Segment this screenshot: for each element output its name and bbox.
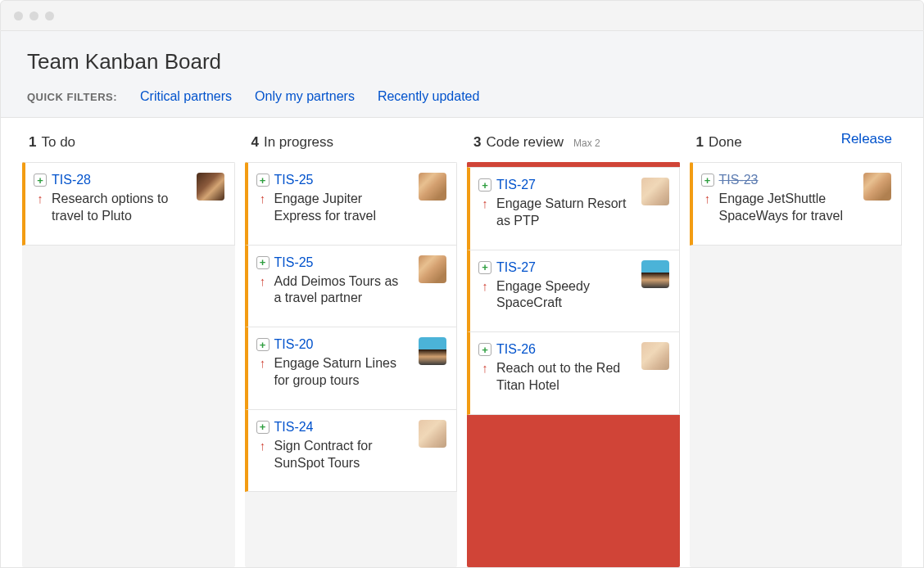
card-key-row: +TIS-24 (256, 420, 410, 435)
card[interactable]: +TIS-25↑Engage Jupiter Express for trave… (245, 162, 458, 246)
avatar[interactable] (863, 173, 891, 201)
card[interactable]: +TIS-26↑Reach out to the Red Titan Hotel (467, 332, 680, 415)
card-key-row: +TIS-25 (256, 255, 410, 270)
priority-high-icon: ↑ (34, 191, 47, 207)
card-summary-row: ↑Engage Speedy SpaceCraft (478, 278, 632, 313)
column-count: 1 (29, 134, 36, 151)
column-name: Code review (486, 134, 564, 151)
story-icon: + (256, 174, 270, 187)
cards-wrap: +TIS-28↑Research options to travel to Pl… (22, 162, 235, 567)
story-icon: + (256, 421, 270, 434)
card[interactable]: +TIS-25↑Add Deimos Tours as a travel par… (245, 246, 458, 328)
priority-high-icon: ↑ (478, 360, 491, 376)
card-summary-row: ↑Research options to travel to Pluto (34, 191, 187, 225)
story-icon: + (256, 338, 270, 351)
columns-container: 1To do+TIS-28↑Research options to travel… (22, 133, 902, 567)
app-frame: Team Kanban Board QUICK FILTERS: Critica… (0, 31, 924, 568)
priority-high-icon: ↑ (256, 355, 270, 372)
avatar[interactable] (419, 337, 446, 365)
avatar[interactable] (641, 260, 669, 288)
cards-inner: +TIS-28↑Research options to travel to Pl… (22, 162, 235, 246)
avatar[interactable] (641, 178, 669, 205)
filter-only-my-partners[interactable]: Only my partners (255, 89, 355, 104)
story-icon: + (478, 178, 491, 192)
column-header: 4In progress (245, 133, 458, 162)
card-key[interactable]: TIS-28 (52, 173, 91, 187)
card-key-row: +TIS-23 (701, 173, 854, 187)
card-summary-row: ↑Add Deimos Tours as a travel partner (256, 273, 410, 308)
column: 1Done+TIS-23↑Engage JetShuttle SpaceWays… (690, 133, 903, 567)
card[interactable]: +TIS-23↑Engage JetShuttle SpaceWays for … (690, 162, 903, 246)
card[interactable]: +TIS-24↑Sign Contract for SunSpot Tours (245, 410, 458, 493)
card-summary-row: ↑Reach out to the Red Titan Hotel (478, 360, 632, 394)
priority-high-icon: ↑ (478, 196, 491, 212)
card-key[interactable]: TIS-20 (274, 337, 314, 352)
card-summary-row: ↑Engage Jupiter Express for travel (256, 191, 410, 225)
card-summary-row: ↑Engage Saturn Resort as PTP (478, 196, 632, 230)
card-content: +TIS-20↑Engage Saturn Lines for group to… (256, 337, 410, 390)
cards-inner: +TIS-23↑Engage JetShuttle SpaceWays for … (690, 162, 903, 246)
column-max-label: Max 2 (573, 137, 600, 149)
cards-inner: +TIS-25↑Engage Jupiter Express for trave… (245, 162, 458, 492)
priority-high-icon: ↑ (701, 191, 714, 207)
card-summary-row: ↑Engage Saturn Lines for group tours (256, 355, 410, 390)
quick-filters-label: QUICK FILTERS: (27, 91, 117, 103)
story-icon: + (256, 256, 270, 269)
card[interactable]: +TIS-27↑Engage Speedy SpaceCraft (467, 250, 680, 333)
card-summary-row: ↑Sign Contract for SunSpot Tours (256, 438, 410, 472)
minimize-icon[interactable] (29, 11, 38, 20)
story-icon: + (34, 174, 47, 187)
cards-wrap: +TIS-25↑Engage Jupiter Express for trave… (245, 162, 458, 567)
card-key-row: +TIS-27 (478, 178, 632, 192)
avatar[interactable] (419, 173, 446, 201)
card-content: +TIS-23↑Engage JetShuttle SpaceWays for … (701, 173, 854, 225)
column: 4In progress+TIS-25↑Engage Jupiter Expre… (245, 133, 458, 567)
maximize-icon[interactable] (45, 11, 54, 20)
priority-high-icon: ↑ (256, 191, 270, 207)
card-key[interactable]: TIS-27 (496, 260, 536, 275)
cards-wrap: +TIS-27↑Engage Saturn Resort as PTP+TIS-… (467, 162, 680, 567)
avatar[interactable] (641, 342, 669, 370)
card-key[interactable]: TIS-27 (496, 178, 536, 192)
card-content: +TIS-25↑Engage Jupiter Express for trave… (256, 173, 410, 225)
board-area: Release 1To do+TIS-28↑Research options t… (1, 118, 923, 567)
column-name: To do (41, 134, 75, 151)
story-icon: + (701, 174, 714, 187)
avatar[interactable] (419, 420, 446, 448)
card-summary: Engage Jupiter Express for travel (274, 191, 410, 225)
release-button[interactable]: Release (841, 131, 892, 147)
close-icon[interactable] (14, 11, 23, 20)
card-key[interactable]: TIS-24 (274, 420, 314, 435)
card-summary-row: ↑Engage JetShuttle SpaceWays for travel (701, 191, 854, 225)
filter-recently-updated[interactable]: Recently updated (378, 89, 480, 104)
card-key[interactable]: TIS-26 (496, 342, 536, 357)
avatar[interactable] (197, 173, 224, 201)
card-key[interactable]: TIS-23 (719, 173, 759, 187)
card[interactable]: +TIS-28↑Research options to travel to Pl… (22, 162, 235, 246)
card-summary: Sign Contract for SunSpot Tours (274, 438, 410, 472)
card-content: +TIS-27↑Engage Speedy SpaceCraft (478, 260, 632, 313)
avatar[interactable] (419, 255, 446, 283)
card-summary: Research options to travel to Pluto (52, 191, 187, 225)
story-icon: + (478, 261, 491, 274)
cards-wrap: +TIS-23↑Engage JetShuttle SpaceWays for … (690, 162, 903, 567)
card-content: +TIS-26↑Reach out to the Red Titan Hotel (478, 342, 632, 394)
column: 1To do+TIS-28↑Research options to travel… (22, 133, 235, 567)
card-summary: Engage Saturn Lines for group tours (274, 355, 410, 390)
card-key[interactable]: TIS-25 (274, 255, 314, 270)
card[interactable]: +TIS-27↑Engage Saturn Resort as PTP (467, 167, 680, 250)
card-summary: Engage Saturn Resort as PTP (496, 196, 632, 230)
filter-critical-partners[interactable]: Critical partners (140, 89, 232, 104)
card-key[interactable]: TIS-25 (274, 173, 314, 187)
card-key-row: +TIS-28 (34, 173, 187, 187)
card-summary: Reach out to the Red Titan Hotel (496, 360, 632, 394)
quick-filters-row: QUICK FILTERS: Critical partners Only my… (27, 89, 897, 104)
card-content: +TIS-28↑Research options to travel to Pl… (34, 173, 187, 225)
column-name: Done (709, 134, 742, 151)
card-key-row: +TIS-25 (256, 173, 410, 187)
card[interactable]: +TIS-20↑Engage Saturn Lines for group to… (245, 327, 458, 410)
column-count: 4 (251, 134, 259, 151)
column-count: 1 (696, 134, 704, 151)
column-header: 1To do (22, 133, 235, 162)
card-key-row: +TIS-27 (478, 260, 632, 275)
